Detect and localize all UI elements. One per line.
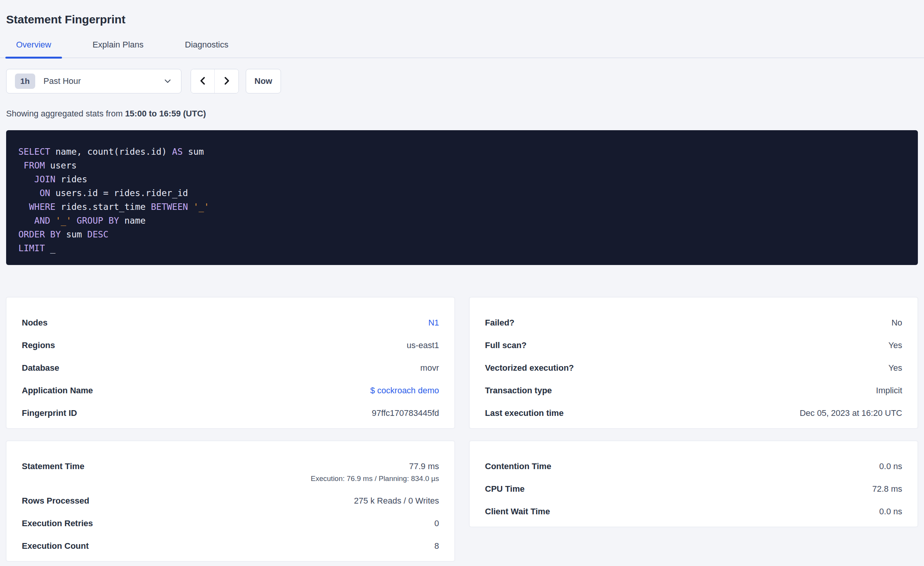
row-subvalue: Execution: 76.9 ms / Planning: 834.0 µs	[311, 474, 439, 483]
row-label: Transaction type	[485, 385, 552, 396]
tab-overview[interactable]: Overview	[5, 38, 62, 57]
row-value: 8	[434, 541, 439, 551]
summary-row: Transaction type Implicit	[485, 385, 902, 396]
row-label: Statement Time	[22, 461, 84, 471]
summary-row: Rows Processed 275 k Reads / 0 Writes	[22, 496, 439, 506]
chevron-right-icon	[221, 75, 232, 87]
row-label: Regions	[22, 340, 55, 350]
summary-row: Nodes N1	[22, 317, 439, 328]
previous-interval-button[interactable]	[191, 69, 215, 93]
summary-row: Execution Count 8	[22, 541, 439, 551]
row-value: Yes	[888, 340, 902, 350]
row-value: 0.0 ns	[879, 506, 902, 517]
summary-card-resource-times: Contention Time 0.0 ns CPU Time 72.8 ms …	[469, 441, 918, 527]
row-label: Database	[22, 363, 59, 373]
time-range-select[interactable]: 1h Past Hour	[6, 69, 181, 93]
time-range-badge: 1h	[15, 74, 35, 89]
summary-card-execution-attributes: Failed? No Full scan? Yes Vectorized exe…	[469, 297, 918, 429]
statement-fingerprint-page: Statement Fingerprint Overview Explain P…	[0, 11, 924, 566]
sql-code: SELECT name, count(rides.id) AS sum FROM…	[18, 145, 906, 255]
summary-row: Contention Time 0.0 ns	[485, 461, 902, 471]
tab-explain-plans[interactable]: Explain Plans	[82, 38, 154, 57]
application-name-link[interactable]: $ cockroach demo	[370, 385, 439, 396]
time-range-label: Past Hour	[44, 76, 163, 86]
summary-cards: Nodes N1 Regions us-east1 Database movr …	[6, 297, 918, 561]
row-value: Yes	[888, 363, 902, 373]
row-value: us-east1	[407, 340, 439, 350]
summary-row: Statement Time 77.9 ms Execution: 76.9 m…	[22, 461, 439, 483]
row-value: 72.8 ms	[872, 484, 902, 494]
row-label: Full scan?	[485, 340, 527, 350]
now-button[interactable]: Now	[246, 69, 281, 93]
nodes-link[interactable]: N1	[428, 317, 439, 328]
row-label: Contention Time	[485, 461, 551, 471]
row-label: Failed?	[485, 317, 514, 328]
summary-row: Regions us-east1	[22, 340, 439, 350]
aggregated-stats-range: 15:00 to 16:59 (UTC)	[125, 109, 206, 118]
summary-row: Last execution time Dec 05, 2023 at 16:2…	[485, 408, 902, 418]
summary-row: Application Name $ cockroach demo	[22, 385, 439, 396]
summary-row: Fingerprint ID 97ffc170783445fd	[22, 408, 439, 418]
summary-card-overview: Nodes N1 Regions us-east1 Database movr …	[6, 297, 455, 429]
row-value: 0.0 ns	[879, 461, 902, 471]
tab-diagnostics[interactable]: Diagnostics	[174, 38, 239, 57]
summary-card-statement-times: Statement Time 77.9 ms Execution: 76.9 m…	[6, 441, 455, 561]
page-title: Statement Fingerprint	[6, 11, 918, 28]
row-label: Application Name	[22, 385, 93, 396]
row-value: movr	[420, 363, 439, 373]
chevron-left-icon	[198, 75, 208, 87]
row-label: Nodes	[22, 317, 47, 328]
summary-row: Execution Retries 0	[22, 518, 439, 528]
sql-statement-box: SELECT name, count(rides.id) AS sum FROM…	[6, 130, 918, 265]
summary-row: Vectorized execution? Yes	[485, 363, 902, 373]
summary-row: Full scan? Yes	[485, 340, 902, 350]
summary-row: CPU Time 72.8 ms	[485, 484, 902, 494]
row-value: 0	[434, 518, 439, 528]
row-label: Vectorized execution?	[485, 363, 574, 373]
row-label: Execution Retries	[22, 518, 93, 528]
row-value: 97ffc170783445fd	[372, 408, 439, 418]
aggregated-stats-text: Showing aggregated stats from 15:00 to 1…	[6, 109, 918, 119]
row-value: Implicit	[876, 385, 902, 396]
next-interval-button[interactable]	[215, 69, 238, 93]
row-value: No	[891, 317, 902, 328]
row-label: Client Wait Time	[485, 506, 550, 517]
row-label: CPU Time	[485, 484, 525, 494]
summary-row: Failed? No	[485, 317, 902, 328]
row-value: 77.9 ms	[311, 461, 439, 471]
chevron-down-icon	[163, 76, 173, 86]
row-value: Dec 05, 2023 at 16:20 UTC	[800, 408, 902, 418]
time-step-button-group	[191, 69, 239, 93]
row-label: Last execution time	[485, 408, 563, 418]
row-value: 275 k Reads / 0 Writes	[354, 496, 439, 506]
row-label: Execution Count	[22, 541, 89, 551]
tab-bar: Overview Explain Plans Diagnostics	[0, 38, 924, 58]
summary-row: Client Wait Time 0.0 ns	[485, 506, 902, 517]
time-controls: 1h Past Hour Now	[6, 69, 918, 93]
row-label: Fingerprint ID	[22, 408, 77, 418]
aggregated-stats-prefix: Showing aggregated stats from	[6, 109, 125, 118]
row-label: Rows Processed	[22, 496, 89, 506]
summary-row: Database movr	[22, 363, 439, 373]
